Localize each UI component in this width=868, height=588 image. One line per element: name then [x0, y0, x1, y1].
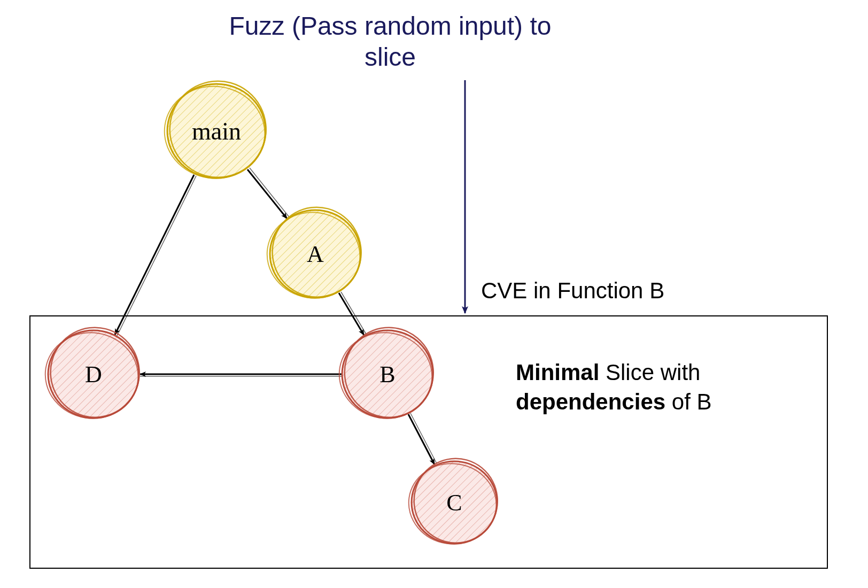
slice-label-minimal: Minimal	[516, 360, 599, 385]
edge-main-to-a	[247, 168, 289, 219]
slice-label-dependencies: dependencies	[516, 389, 665, 414]
node-b-label: B	[379, 361, 395, 388]
node-a-label: A	[307, 241, 324, 268]
node-main-label: main	[192, 117, 241, 145]
svg-line-4	[115, 175, 194, 335]
node-d-label: D	[85, 361, 102, 388]
cve-label: CVE in Function B	[481, 278, 664, 304]
svg-line-6	[247, 169, 287, 219]
node-c-label: C	[446, 489, 462, 516]
edge-main-to-d	[115, 175, 196, 336]
svg-line-5	[117, 176, 196, 336]
slice-label-mid1: Slice with	[599, 360, 700, 385]
slice-label-tail: of B	[665, 389, 711, 414]
slice-box	[29, 315, 828, 569]
title-line-2: slice	[365, 43, 416, 71]
slice-label: Minimal Slice with dependencies of B	[516, 358, 794, 416]
svg-line-7	[250, 168, 289, 217]
diagram-title: Fuzz (Pass random input) to slice	[176, 11, 604, 72]
title-line-1: Fuzz (Pass random input) to	[229, 12, 552, 40]
